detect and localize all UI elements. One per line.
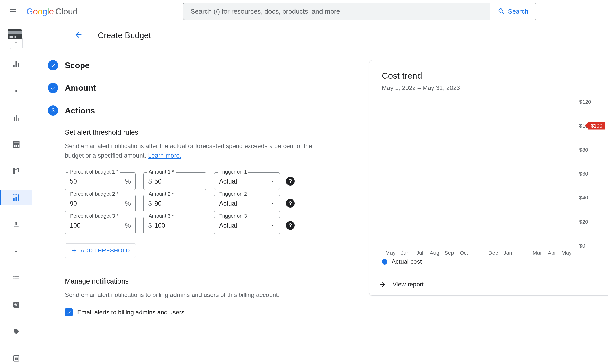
help-icon[interactable]: ?	[286, 221, 295, 230]
nav-dot-1[interactable]	[0, 84, 32, 98]
threshold-row: Percent of budget 2 * 90% Amount 2 * $90…	[65, 195, 322, 212]
amount-label: Amount 2 *	[147, 191, 176, 197]
y-tick-label: $80	[579, 147, 604, 153]
x-tick-label: Apr	[545, 250, 559, 256]
chevron-down-icon	[270, 223, 275, 228]
trigger-select[interactable]: Actual	[214, 217, 280, 234]
y-tick-label: $40	[579, 195, 604, 201]
nav-export[interactable]	[0, 217, 32, 232]
cost-trend-title: Cost trend	[382, 71, 604, 81]
trigger-label: Trigger on 3	[218, 213, 248, 219]
nav-rail: %	[0, 23, 32, 364]
search-button[interactable]: Search	[490, 3, 536, 20]
cost-trend-range: May 1, 2022 – May 31, 2023	[382, 84, 604, 92]
nav-dot-2[interactable]	[0, 244, 32, 259]
svg-rect-0	[8, 29, 22, 39]
budget-line	[382, 126, 575, 126]
search-input[interactable]: Search (/) for resources, docs, products…	[183, 3, 490, 20]
x-tick-label: May	[383, 250, 398, 256]
percent-label: Percent of budget 3 *	[68, 213, 120, 219]
step-scope[interactable]: Scope	[48, 60, 357, 70]
svg-rect-2	[9, 36, 13, 38]
gridline	[382, 102, 575, 102]
y-tick-label: $20	[579, 219, 604, 225]
percent-input[interactable]: 50%	[65, 172, 136, 190]
notify-title: Manage notifications	[65, 277, 322, 285]
x-tick-label: Jul	[413, 250, 427, 256]
cost-trend-card: Cost trend May 1, 2022 – May 31, 2023 $0…	[369, 60, 608, 296]
x-tick-label: Dec	[486, 250, 500, 256]
y-tick-label: $60	[579, 171, 604, 177]
billing-icon[interactable]	[8, 29, 22, 40]
nav-calc[interactable]	[0, 351, 32, 364]
menu-icon[interactable]	[8, 6, 18, 16]
amount-input[interactable]: $100	[143, 217, 206, 234]
x-tick-label: Jun	[398, 250, 412, 256]
step-amount[interactable]: Amount	[48, 83, 357, 93]
x-tick-label: Oct	[457, 250, 471, 256]
alert-rules-desc: Send email alert notifications after the…	[65, 141, 322, 160]
svg-rect-3	[14, 36, 16, 38]
budget-tag: $100	[588, 122, 605, 130]
percent-input[interactable]: 100%	[65, 217, 136, 234]
step-actions: 3 Actions	[48, 105, 357, 116]
nav-table[interactable]	[0, 137, 32, 152]
nav-overview[interactable]	[0, 57, 32, 72]
x-tick-label: Sep	[442, 250, 456, 256]
search-icon	[498, 7, 505, 15]
nav-budgets[interactable]	[0, 190, 32, 205]
search-placeholder: Search (/) for resources, docs, products…	[190, 7, 340, 15]
amount-label: Amount 1 *	[147, 169, 176, 175]
trigger-label: Trigger on 1	[218, 169, 248, 175]
svg-rect-4	[13, 198, 14, 201]
svg-rect-9	[14, 356, 19, 361]
stepper-connector	[53, 96, 53, 103]
add-threshold-button[interactable]: ADD THRESHOLD	[65, 243, 136, 258]
nav-tag[interactable]	[0, 324, 32, 339]
stepper-connector	[53, 73, 53, 80]
trigger-select[interactable]: Actual	[214, 172, 280, 190]
amount-input[interactable]: $90	[143, 195, 206, 212]
check-icon	[66, 310, 71, 315]
help-icon[interactable]: ?	[286, 177, 295, 186]
percent-label: Percent of budget 2 *	[68, 191, 120, 197]
nav-list[interactable]	[0, 271, 32, 286]
trigger-select[interactable]: Actual	[214, 195, 280, 212]
gridline	[382, 198, 575, 198]
check-icon	[48, 83, 58, 93]
percent-input[interactable]: 90%	[65, 195, 136, 212]
notify-desc: Send email alert notifications to billin…	[65, 290, 322, 299]
percent-label: Percent of budget 1 *	[68, 169, 120, 175]
back-button[interactable]	[74, 30, 83, 40]
nav-percent[interactable]: %	[0, 297, 32, 312]
gridline	[382, 222, 575, 222]
google-cloud-logo[interactable]: Google Cloud	[26, 6, 77, 16]
threshold-row: Percent of budget 1 * 50% Amount 1 * $50…	[65, 172, 322, 190]
view-report-link[interactable]: View report	[369, 273, 608, 295]
learn-more-link[interactable]: Learn more.	[148, 152, 181, 159]
x-tick-label: Mar	[530, 250, 544, 256]
arrow-right-icon	[379, 280, 386, 288]
help-icon[interactable]: ?	[286, 199, 295, 208]
step-number-badge: 3	[48, 105, 58, 116]
nav-pricing[interactable]	[0, 164, 32, 179]
trigger-label: Trigger on 2	[218, 191, 248, 197]
gridline	[382, 174, 575, 174]
email-alerts-checkbox[interactable]	[65, 308, 73, 316]
x-tick-label: Aug	[427, 250, 442, 256]
svg-rect-1	[8, 31, 22, 34]
svg-rect-6	[18, 195, 19, 201]
plus-icon	[71, 247, 77, 254]
chart-legend: Actual cost	[382, 258, 604, 265]
y-tick-label: $120	[579, 99, 604, 105]
legend-swatch	[382, 259, 387, 265]
nav-reports[interactable]	[0, 110, 32, 125]
amount-input[interactable]: $50	[143, 172, 206, 190]
x-tick-label: May	[559, 250, 574, 256]
alert-rules-title: Set alert threshold rules	[65, 129, 322, 136]
chevron-down-icon	[270, 179, 275, 184]
svg-rect-5	[15, 197, 17, 201]
threshold-row: Percent of budget 3 * 100% Amount 3 * $1…	[65, 217, 322, 234]
cost-trend-chart: $0$20$40$60$80$100$120$100MayJunJulAugSe…	[382, 102, 604, 251]
check-icon	[48, 60, 58, 70]
